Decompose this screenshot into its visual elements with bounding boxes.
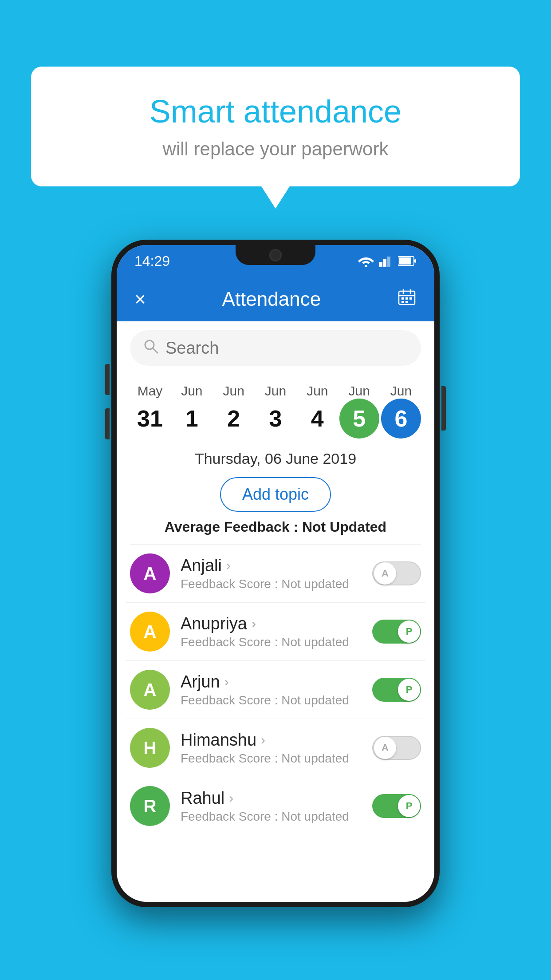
student-feedback-3: Feedback Score : Not updated <box>181 751 372 766</box>
date-number-4: 4 <box>297 399 337 439</box>
student-chevron-2: › <box>224 674 229 689</box>
student-avatar-3: H <box>130 728 170 768</box>
svg-point-0 <box>365 265 367 267</box>
wifi-icon <box>358 255 374 267</box>
power-button <box>441 386 446 431</box>
speech-bubble-subtitle: will replace your paperwork <box>67 138 484 160</box>
toggle-container-4[interactable]: P <box>372 794 421 818</box>
svg-rect-15 <box>405 301 408 303</box>
attendance-toggle-1[interactable]: P <box>372 620 421 644</box>
student-item-2[interactable]: AArjun ›Feedback Score : Not updatedP <box>126 661 425 719</box>
student-chevron-3: › <box>261 732 265 747</box>
attendance-toggle-3[interactable]: A <box>372 736 421 760</box>
svg-rect-5 <box>399 257 411 265</box>
student-info-2: Arjun ›Feedback Score : Not updated <box>181 672 372 707</box>
date-month-2: Jun <box>223 383 244 399</box>
svg-rect-13 <box>409 297 412 300</box>
date-item-0[interactable]: May31 <box>130 383 170 439</box>
date-month-5: Jun <box>348 383 370 399</box>
phone-notch <box>236 245 315 265</box>
date-number-3: 3 <box>256 399 295 439</box>
date-item-6[interactable]: Jun6 <box>381 383 421 439</box>
student-avatar-2: A <box>130 670 170 710</box>
svg-line-17 <box>153 348 157 353</box>
date-number-0: 31 <box>130 399 170 439</box>
student-feedback-0: Feedback Score : Not updated <box>181 577 372 591</box>
student-chevron-4: › <box>229 790 233 806</box>
date-item-1[interactable]: Jun1 <box>172 383 212 439</box>
battery-icon <box>398 256 417 266</box>
header-title: Attendance <box>222 288 321 310</box>
student-item-4[interactable]: RRahul ›Feedback Score : Not updatedP <box>126 777 425 835</box>
student-avatar-4: R <box>130 786 170 826</box>
student-feedback-4: Feedback Score : Not updated <box>181 810 372 824</box>
status-time: 14:29 <box>134 253 170 269</box>
app-header: × Attendance <box>117 277 434 321</box>
date-item-5[interactable]: Jun5 <box>339 383 379 439</box>
student-feedback-2: Feedback Score : Not updated <box>181 693 372 707</box>
svg-rect-14 <box>401 301 404 303</box>
student-chevron-1: › <box>252 616 256 631</box>
phone-screen: 14:29 <box>117 245 434 902</box>
add-topic-button[interactable]: Add topic <box>220 477 331 512</box>
student-chevron-0: › <box>226 558 231 573</box>
student-item-0[interactable]: AAnjali ›Feedback Score : Not updatedA <box>126 545 425 603</box>
date-month-0: May <box>138 383 163 399</box>
avg-feedback: Average Feedback : Not Updated <box>117 519 434 535</box>
search-input[interactable] <box>165 339 408 358</box>
attendance-toggle-2[interactable]: P <box>372 678 421 702</box>
speech-bubble-title: Smart attendance <box>67 93 484 130</box>
date-month-4: Jun <box>307 383 328 399</box>
toggle-knob-0: A <box>374 562 396 585</box>
date-month-3: Jun <box>265 383 286 399</box>
student-name-2: Arjun › <box>181 672 372 692</box>
date-number-2: 2 <box>214 399 254 439</box>
avg-feedback-value: Not Updated <box>302 519 386 535</box>
student-avatar-1: A <box>130 612 170 652</box>
signal-icon <box>379 255 393 267</box>
date-item-2[interactable]: Jun2 <box>214 383 254 439</box>
toggle-knob-1: P <box>398 620 420 643</box>
student-name-0: Anjali › <box>181 556 372 575</box>
speech-bubble: Smart attendance will replace your paper… <box>31 67 520 186</box>
student-name-3: Himanshu › <box>181 731 372 750</box>
student-name-4: Rahul › <box>181 789 372 808</box>
student-avatar-0: A <box>130 553 170 593</box>
student-info-1: Anupriya ›Feedback Score : Not updated <box>181 614 372 649</box>
calendar-icon[interactable] <box>397 288 417 311</box>
search-bar[interactable] <box>130 330 421 366</box>
student-name-1: Anupriya › <box>181 614 372 633</box>
speech-bubble-container: Smart attendance will replace your paper… <box>31 67 520 186</box>
avg-feedback-label: Average Feedback : <box>165 519 298 535</box>
toggle-container-2[interactable]: P <box>372 678 421 702</box>
svg-rect-6 <box>414 259 416 263</box>
student-info-0: Anjali ›Feedback Score : Not updated <box>181 556 372 591</box>
front-camera <box>269 249 282 261</box>
date-number-5: 5 <box>339 399 379 439</box>
toggle-container-3[interactable]: A <box>372 736 421 760</box>
student-item-3[interactable]: HHimanshu ›Feedback Score : Not updatedA <box>126 719 425 777</box>
date-number-6: 6 <box>381 399 421 439</box>
svg-rect-1 <box>379 262 382 267</box>
volume-down-button <box>105 408 110 439</box>
close-button[interactable]: × <box>134 288 146 310</box>
phone-container: 14:29 <box>111 240 440 907</box>
toggle-container-0[interactable]: A <box>372 561 421 585</box>
selected-date: Thursday, 06 June 2019 <box>117 443 434 473</box>
attendance-toggle-4[interactable]: P <box>372 794 421 818</box>
student-info-4: Rahul ›Feedback Score : Not updated <box>181 789 372 824</box>
status-icons <box>358 255 417 267</box>
date-row: May31Jun1Jun2Jun3Jun4Jun5Jun6 <box>117 375 434 443</box>
toggle-container-1[interactable]: P <box>372 620 421 644</box>
date-month-1: Jun <box>181 383 202 399</box>
volume-up-button <box>105 364 110 395</box>
student-info-3: Himanshu ›Feedback Score : Not updated <box>181 731 372 766</box>
attendance-toggle-0[interactable]: A <box>372 561 421 585</box>
toggle-knob-3: A <box>374 737 396 759</box>
date-item-4[interactable]: Jun4 <box>297 383 337 439</box>
student-item-1[interactable]: AAnupriya ›Feedback Score : Not updatedP <box>126 603 425 661</box>
svg-rect-12 <box>405 297 408 300</box>
date-item-3[interactable]: Jun3 <box>256 383 295 439</box>
student-feedback-1: Feedback Score : Not updated <box>181 635 372 649</box>
phone-outer: 14:29 <box>111 240 440 907</box>
